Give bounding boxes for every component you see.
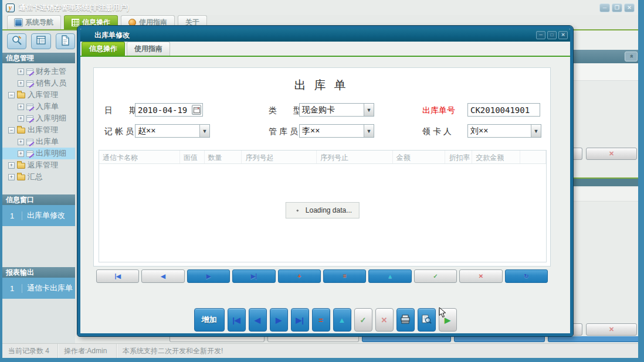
post-icon: ✓ bbox=[433, 273, 438, 279]
tree-expander[interactable]: + bbox=[18, 104, 24, 110]
last-button[interactable]: ▶| bbox=[291, 308, 309, 332]
grid-nav-insert-button[interactable]: + bbox=[278, 269, 321, 283]
grid-nav-cancel-button[interactable]: ✕ bbox=[459, 269, 502, 283]
grid-column-header[interactable]: 面值 bbox=[180, 151, 205, 163]
tree-item-label: 返库管理 bbox=[28, 160, 58, 170]
minimize-button[interactable]: ─ bbox=[536, 31, 545, 39]
tree-expander[interactable]: + bbox=[8, 174, 15, 180]
storekeeper-select[interactable]: 李×× ▼ bbox=[299, 124, 374, 138]
sidebar-item-入库管理[interactable]: −入库管理 bbox=[2, 89, 75, 101]
tree-expander[interactable]: + bbox=[18, 69, 24, 75]
type-value: 现金购卡 bbox=[300, 104, 364, 116]
date-label: 日 期 bbox=[104, 105, 137, 116]
prev-icon: ◀ bbox=[255, 316, 260, 325]
mouse-cursor bbox=[439, 307, 446, 320]
close-button[interactable]: ✕ bbox=[624, 4, 635, 12]
tree-expander[interactable]: − bbox=[8, 127, 15, 134]
chevron-down-icon[interactable]: ▼ bbox=[531, 125, 541, 137]
calendar-picker-button[interactable] bbox=[192, 105, 201, 115]
cancel-button[interactable]: ✕ bbox=[375, 308, 394, 332]
recipient-value: 刘×× bbox=[468, 125, 531, 137]
bookkeeper-select[interactable]: 赵×× ▼ bbox=[135, 124, 210, 138]
add-button[interactable]: 增加 bbox=[194, 308, 225, 332]
sidebar-item-出库明细[interactable]: +出库明细 bbox=[2, 148, 75, 159]
save-button[interactable]: ✓ bbox=[354, 308, 372, 332]
dialog-tab-guide[interactable]: 使用指南 bbox=[127, 42, 170, 56]
order-no-input[interactable] bbox=[467, 103, 540, 117]
tree-expander[interactable]: + bbox=[18, 115, 24, 122]
grid-column-header[interactable]: 折扣率 bbox=[445, 151, 472, 163]
preview-button[interactable] bbox=[418, 308, 436, 332]
collapse-panel-button[interactable]: » bbox=[625, 52, 638, 62]
loading-text: Loading data... bbox=[306, 206, 352, 214]
report-output-item[interactable]: 1通信卡出库单 bbox=[2, 278, 75, 299]
minimize-button[interactable]: ─ bbox=[599, 4, 610, 12]
delete-button[interactable]: = bbox=[312, 308, 330, 332]
grid-column-header[interactable]: 交款金额 bbox=[472, 151, 520, 163]
background-close-button[interactable]: ✕ bbox=[586, 323, 637, 336]
tree-item-label: 汇总 bbox=[28, 172, 43, 182]
dialog-tab-ops[interactable]: 信息操作 bbox=[82, 42, 125, 56]
sidebar-item-汇总[interactable]: +汇总 bbox=[2, 171, 75, 183]
grid-nav-first-button[interactable]: |◀ bbox=[96, 269, 139, 283]
close-button[interactable]: ✕ bbox=[558, 31, 568, 39]
tab-nav[interactable]: 系统导航 bbox=[7, 15, 61, 29]
close-icon: ✕ bbox=[609, 326, 614, 333]
sidebar-item-入库单[interactable]: +入库单 bbox=[2, 101, 75, 112]
grid-column-header[interactable]: 通信卡名称 bbox=[99, 151, 180, 163]
next-button[interactable]: ▶ bbox=[270, 308, 288, 332]
chevron-down-icon[interactable]: ▼ bbox=[364, 125, 374, 137]
sidebar-item-入库明细[interactable]: +入库明细 bbox=[2, 112, 75, 124]
info-window-item[interactable]: 1出库单修改 bbox=[2, 205, 75, 226]
grid-nav-next-button[interactable]: ▶ bbox=[187, 269, 230, 283]
grid-column-header[interactable]: 序列号止 bbox=[317, 151, 393, 163]
grid-column-header[interactable] bbox=[520, 151, 546, 163]
first-icon: |◀ bbox=[232, 316, 240, 325]
dialog-tabbar: 信息操作使用指南 bbox=[80, 42, 570, 57]
date-input[interactable] bbox=[135, 105, 192, 115]
grid-nav-last-button[interactable]: ▶| bbox=[232, 269, 275, 283]
document-button[interactable] bbox=[56, 33, 75, 49]
search-button[interactable] bbox=[7, 33, 26, 49]
tree-item-label: 财务主管 bbox=[36, 66, 66, 77]
grid-column-header[interactable]: 数量 bbox=[205, 151, 242, 163]
background-close-button[interactable]: ✕ bbox=[586, 148, 637, 160]
chevron-down-icon[interactable]: ▼ bbox=[364, 104, 374, 116]
tree-expander[interactable]: + bbox=[18, 80, 24, 87]
grid-nav-post-button[interactable]: ✓ bbox=[414, 269, 457, 283]
date-field[interactable] bbox=[135, 103, 203, 117]
form-button[interactable] bbox=[31, 33, 50, 49]
tree-expander[interactable]: + bbox=[18, 151, 24, 157]
sidebar-item-财务主管[interactable]: +财务主管 bbox=[2, 66, 75, 77]
statusbar: 当前记录数 4 操作者:Admin 本系统支持二次开发和全新开发! bbox=[2, 343, 638, 358]
restore-button[interactable]: ❐ bbox=[612, 4, 622, 12]
grid-column-header[interactable]: 金额 bbox=[393, 151, 446, 163]
tree-expander[interactable]: + bbox=[8, 162, 15, 169]
bookkeeper-value: 赵×× bbox=[135, 125, 199, 137]
sidebar-item-销售人员[interactable]: +销售人员 bbox=[2, 77, 75, 89]
recipient-select[interactable]: 刘×× ▼ bbox=[467, 124, 541, 138]
maximize-button[interactable]: □ bbox=[547, 31, 557, 39]
grid-column-header[interactable]: 序列号起 bbox=[242, 151, 317, 163]
sidebar-item-出库管理[interactable]: −出库管理 bbox=[2, 124, 75, 136]
type-select[interactable]: 现金购卡 ▼ bbox=[299, 103, 374, 117]
edit-button[interactable]: ▲ bbox=[333, 308, 351, 332]
grid-nav-prev-button[interactable]: ◀ bbox=[141, 269, 184, 283]
table-icon bbox=[26, 69, 33, 75]
tree-expander[interactable]: − bbox=[8, 92, 15, 98]
sidebar-item-返库管理[interactable]: +返库管理 bbox=[2, 159, 75, 171]
table-icon bbox=[26, 151, 33, 157]
print-button[interactable] bbox=[396, 308, 415, 332]
dialog-titlebar[interactable]: 出库单修改 ─□✕ bbox=[80, 29, 570, 42]
prev-button[interactable]: ◀ bbox=[249, 308, 267, 332]
chevron-down-icon[interactable]: ▼ bbox=[199, 125, 209, 137]
sidebar-item-出库单[interactable]: +出库单 bbox=[2, 136, 75, 148]
list-item-number: 1 bbox=[2, 284, 22, 293]
tree-item-label: 销售人员 bbox=[36, 78, 66, 88]
first-button[interactable]: |◀ bbox=[228, 308, 246, 332]
grid-nav-delete-button[interactable]: = bbox=[323, 269, 366, 283]
grid-nav-refresh-button[interactable]: ↻ bbox=[505, 269, 548, 283]
tree-expander[interactable]: + bbox=[18, 139, 24, 145]
background-button-remnant bbox=[454, 336, 545, 342]
grid-nav-edit-button[interactable]: ▲ bbox=[368, 269, 411, 283]
